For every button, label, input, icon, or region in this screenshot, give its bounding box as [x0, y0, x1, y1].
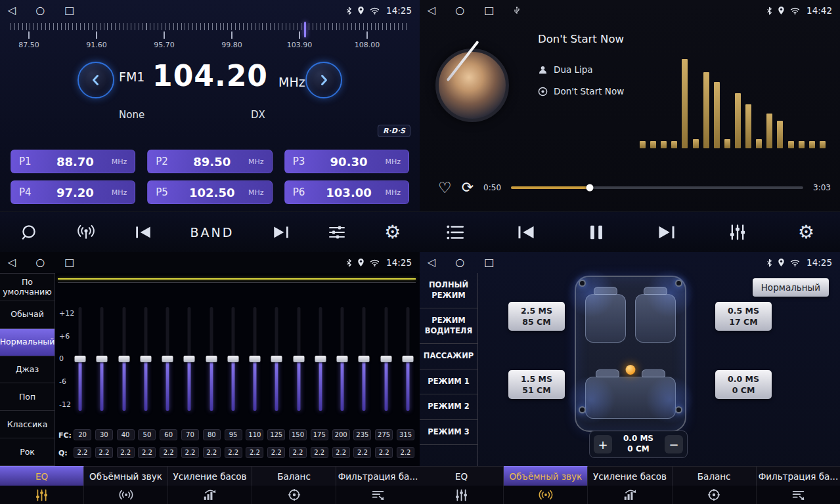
mode-2[interactable]: РЕЖИМ 2	[420, 394, 477, 420]
eq-slider-knob[interactable]	[359, 356, 370, 362]
filter-icon[interactable]	[336, 486, 420, 504]
eq-band-slider[interactable]	[74, 307, 87, 411]
eq-band-slider[interactable]	[336, 307, 349, 411]
tab-filter[interactable]: Фильтрация ба...	[336, 466, 420, 486]
eq-band-slider[interactable]	[183, 307, 196, 411]
preset-p2[interactable]: P2 89.50 MHz	[147, 150, 272, 173]
mode-passenger[interactable]: ПАССАЖИР	[420, 344, 477, 369]
frequency-scale[interactable]: 87.5091.6095.7099.80103.90108.00	[0, 21, 420, 55]
eq-sliders-icon[interactable]	[420, 486, 504, 504]
tune-down-button[interactable]	[77, 62, 114, 98]
eq-band-slider[interactable]	[248, 307, 261, 411]
eq-band-slider[interactable]	[380, 307, 393, 411]
preset-p5[interactable]: P5 102.50 MHz	[147, 180, 272, 204]
eq-slider-knob[interactable]	[271, 356, 282, 362]
surround-icon[interactable]	[504, 486, 588, 504]
recents-icon[interactable]: □	[64, 5, 74, 16]
eq-slider-knob[interactable]	[140, 356, 151, 362]
recents-icon[interactable]: □	[484, 257, 494, 268]
previous-station-icon[interactable]	[134, 224, 152, 240]
scan-icon[interactable]	[19, 222, 39, 242]
back-icon[interactable]: ◁	[8, 5, 16, 16]
eq-band-slider[interactable]	[139, 307, 152, 411]
eq-band-slider[interactable]	[314, 307, 327, 411]
eq-slider-knob[interactable]	[250, 356, 261, 362]
back-icon[interactable]: ◁	[8, 257, 16, 268]
eq-band-slider[interactable]	[161, 307, 174, 411]
eq-band-slider[interactable]	[357, 307, 370, 411]
tune-up-button[interactable]	[305, 62, 342, 98]
decrease-delay-button[interactable]: −	[665, 435, 683, 453]
broadcast-antenna-icon[interactable]	[76, 222, 96, 242]
preset-p6[interactable]: P6 103.00 MHz	[284, 180, 409, 204]
previous-track-icon[interactable]	[516, 224, 536, 241]
delay-front-left-button[interactable]: 2.5 MS 85 CM	[508, 302, 565, 331]
eq-preset-jazz[interactable]: Джаз	[0, 356, 55, 384]
delay-rear-left-button[interactable]: 1.5 MS 51 CM	[508, 370, 565, 399]
next-track-icon[interactable]	[657, 224, 676, 241]
pause-icon[interactable]	[587, 223, 606, 242]
mode-full[interactable]: ПОЛНЫЙ РЕЖИМ	[420, 273, 477, 308]
eq-slider-knob[interactable]	[118, 356, 129, 362]
tab-eq[interactable]: EQ	[0, 466, 84, 486]
balance-icon[interactable]	[252, 486, 336, 504]
eq-preset-normal[interactable]: Нормальный	[0, 329, 55, 356]
recents-icon[interactable]: □	[484, 5, 494, 16]
settings-gear-icon[interactable]: ⚙	[798, 223, 814, 242]
tab-filter[interactable]: Фильтрация ба...	[757, 466, 840, 486]
eq-preset-custom[interactable]: Обычай	[0, 301, 55, 329]
band-button[interactable]: BAND	[190, 225, 234, 240]
bass-boost-icon[interactable]	[168, 486, 252, 504]
tab-bass-boost[interactable]: Усиление басов	[588, 466, 672, 486]
tab-balance[interactable]: Баланс	[673, 466, 757, 486]
repeat-icon[interactable]: ⟳	[462, 179, 474, 196]
home-icon[interactable]: ○	[455, 257, 464, 268]
next-station-icon[interactable]	[272, 224, 290, 240]
increase-delay-button[interactable]: +	[594, 435, 612, 453]
eq-slider-knob[interactable]	[184, 356, 195, 362]
preset-p4[interactable]: P4 97.20 MHz	[11, 180, 135, 204]
tab-surround[interactable]: Объёмный звук	[84, 466, 168, 486]
eq-band-slider[interactable]	[118, 307, 131, 411]
mode-driver[interactable]: РЕЖИМ ВОДИТЕЛЯ	[420, 308, 477, 344]
mode-3[interactable]: РЕЖИМ 3	[420, 420, 477, 446]
tab-eq[interactable]: EQ	[420, 466, 504, 486]
listening-position-dot[interactable]	[626, 365, 636, 375]
filter-icon[interactable]	[757, 486, 840, 504]
eq-slider-knob[interactable]	[293, 356, 304, 362]
preset-p3[interactable]: P3 90.30 MHz	[284, 150, 409, 173]
eq-slider-knob[interactable]	[206, 356, 217, 362]
balance-icon[interactable]	[673, 486, 757, 504]
home-icon[interactable]: ○	[455, 5, 464, 16]
delay-rear-right-button[interactable]: 0.0 MS 0 CM	[715, 370, 772, 399]
sound-preset-badge[interactable]: Нормальный	[753, 278, 829, 297]
delay-front-right-button[interactable]: 0.5 MS 17 CM	[715, 302, 772, 331]
eq-preset-rock[interactable]: Рок	[0, 438, 55, 466]
progress-knob[interactable]	[586, 184, 594, 192]
eq-band-slider[interactable]	[205, 307, 218, 411]
eq-slider-knob[interactable]	[75, 356, 86, 362]
preset-p1[interactable]: P1 88.70 MHz	[11, 150, 135, 173]
eq-preset-classic[interactable]: Классика	[0, 411, 55, 438]
eq-slider-knob[interactable]	[315, 356, 326, 362]
surround-icon[interactable]	[84, 486, 168, 504]
eq-preset-default[interactable]: По умолчанию	[0, 274, 55, 301]
eq-preset-pop[interactable]: Поп	[0, 383, 55, 411]
eq-slider-knob[interactable]	[337, 356, 348, 362]
eq-band-slider[interactable]	[401, 307, 414, 411]
settings-gear-icon[interactable]: ⚙	[384, 223, 401, 242]
eq-band-slider[interactable]	[95, 307, 108, 411]
playlist-icon[interactable]	[445, 224, 465, 241]
progress-bar[interactable]	[511, 186, 803, 189]
home-icon[interactable]: ○	[35, 5, 45, 16]
eq-slider-knob[interactable]	[227, 356, 238, 362]
tab-balance[interactable]: Баланс	[252, 466, 336, 486]
tab-bass-boost[interactable]: Усиление басов	[168, 466, 252, 486]
eq-slider-knob[interactable]	[162, 356, 173, 362]
eq-band-slider[interactable]	[270, 307, 283, 411]
back-icon[interactable]: ◁	[428, 257, 435, 268]
mode-1[interactable]: РЕЖИМ 1	[420, 369, 477, 395]
eq-band-slider[interactable]	[292, 307, 305, 411]
eq-band-slider[interactable]	[227, 307, 240, 411]
tab-surround[interactable]: Объёмный звук	[504, 466, 588, 486]
